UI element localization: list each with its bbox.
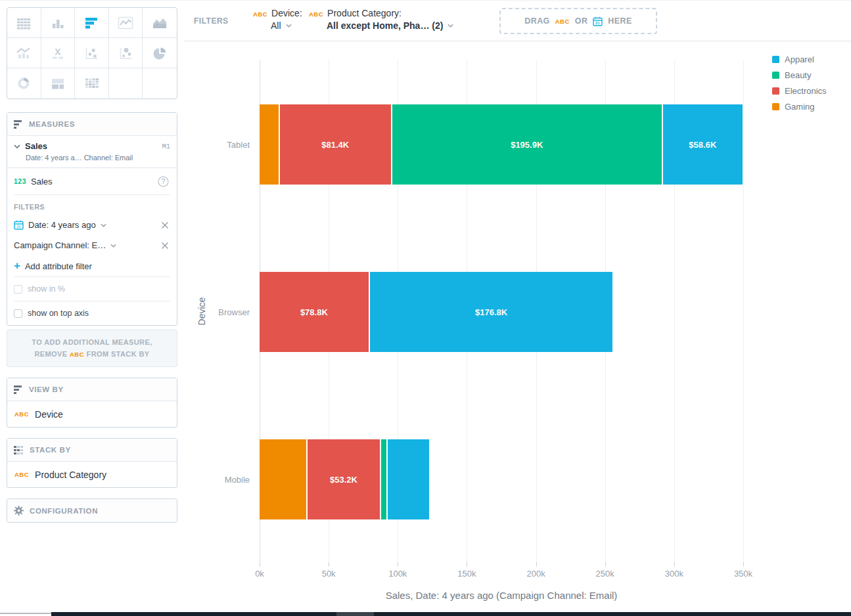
chart-type-table[interactable] <box>7 8 41 38</box>
x-tick-label: 200k <box>513 569 559 579</box>
legend-label: Gaming <box>785 102 815 112</box>
filter-drop-zone[interactable]: DRAG ABC OR 31 HERE <box>499 8 657 34</box>
chart-type-bubble[interactable] <box>109 38 143 68</box>
attribute-tag: ABC <box>70 351 84 358</box>
date-filter-label: Date: 4 years ago <box>28 220 96 230</box>
close-icon[interactable] <box>161 221 169 229</box>
show-in-percent-checkbox: show in % <box>7 277 177 301</box>
measure-field-row[interactable]: 123 Sales ? <box>7 168 177 194</box>
line-chart-icon <box>118 16 133 30</box>
device-filter-chip[interactable]: ABC Device: All <box>253 8 302 31</box>
configuration-panel: CONFIGURATION <box>7 498 177 523</box>
x-tick-label: 250k <box>582 569 628 579</box>
x-tick-label: 50k <box>306 569 352 579</box>
axis-tick <box>329 562 329 567</box>
product-category-filter-chip[interactable]: ABC Product Category: All except Home, P… <box>309 8 453 31</box>
bar-segment-mobile-gaming[interactable] <box>260 439 306 519</box>
legend-label: Electronics <box>785 86 827 96</box>
view-by-item[interactable]: ABC Device <box>7 401 177 427</box>
bar-segment-tablet-gaming[interactable] <box>260 104 279 185</box>
drop-zone-text: DRAG <box>524 16 549 26</box>
legend-item-beauty[interactable]: Beauty <box>772 70 827 80</box>
bar-segment-tablet-beauty[interactable]: $195.9K <box>391 104 662 185</box>
chart-type-line[interactable] <box>109 8 143 38</box>
y-category-label: Tablet <box>187 104 250 185</box>
bar-segment-mobile-beauty[interactable] <box>380 439 386 519</box>
measure-badge: M1 <box>162 143 170 150</box>
product-category-filter-name: Product Category: <box>327 8 402 18</box>
attribute-filter-row[interactable]: Campaign Channel: E… <box>7 235 177 255</box>
checkbox-icon <box>14 309 22 318</box>
attribute-tag: ABC <box>14 410 29 418</box>
add-attribute-filter-label: Add attribute filter <box>25 261 92 271</box>
chart-type-scatter[interactable] <box>75 38 109 68</box>
bar-segment-browser-electronics[interactable]: $78.8K <box>260 272 369 352</box>
sidebar: X MEASURES Sales M1 Date: 4 year <box>0 1 184 616</box>
measures-panel: MEASURES Sales M1 Date: 4 years a… Chann… <box>7 112 177 326</box>
legend-swatch <box>772 56 779 63</box>
bar-segment-tablet-apparel[interactable]: $58.6K <box>662 104 743 185</box>
svg-text:31: 31 <box>595 21 600 25</box>
question-mark-icon[interactable]: ? <box>158 176 169 187</box>
plot-area: Device 0k50k100k150k200k250k300k350kTabl… <box>260 60 743 562</box>
bar-value-label: $58.6K <box>689 140 716 150</box>
chart-type-picker: X <box>7 7 177 99</box>
chart-type-donut[interactable] <box>7 68 41 99</box>
stack-by-item[interactable]: ABC Product Category <box>7 462 177 487</box>
bottom-window-edge <box>0 611 851 616</box>
measure-field-label: Sales <box>31 177 153 187</box>
bar-segment-mobile-apparel[interactable] <box>386 439 429 519</box>
x-tick-label: 350k <box>720 569 766 579</box>
y-category-label: Mobile <box>187 439 250 519</box>
pie-chart-icon <box>152 46 168 60</box>
bar-segment-mobile-electronics[interactable]: $53.2K <box>306 439 380 519</box>
bar-value-label: $81.4K <box>321 140 349 150</box>
bottom-edge-segment <box>336 612 374 616</box>
bottom-edge-segment <box>51 612 851 616</box>
stack-by-header: STACK BY <box>7 439 177 462</box>
configuration-title: CONFIGURATION <box>30 507 98 515</box>
chart-type-pie[interactable] <box>143 38 177 68</box>
measure-item[interactable]: Sales M1 Date: 4 years a… Channel: Email <box>7 136 177 168</box>
filter-bar: FILTERS ABC Device: All ABC Product Cate… <box>184 1 851 41</box>
axis-tick <box>674 562 675 567</box>
legend-item-apparel[interactable]: Apparel <box>772 55 827 64</box>
bar-value-label: $78.8K <box>300 307 328 317</box>
axis-tick <box>536 562 537 567</box>
legend-item-electronics[interactable]: Electronics <box>772 86 827 96</box>
drop-zone-text: OR <box>575 16 588 26</box>
legend-swatch <box>772 72 779 79</box>
stack-by-panel: STACK BY ABC Product Category <box>7 438 177 488</box>
axis-tick <box>743 562 744 567</box>
chart-type-area[interactable] <box>143 8 177 38</box>
show-on-top-axis-checkbox[interactable]: show on top axis <box>7 301 177 325</box>
calendar-icon: 31 <box>14 220 24 230</box>
close-icon[interactable] <box>161 242 169 250</box>
measure-filters-title: FILTERS <box>14 203 170 211</box>
x-tick-label: 100k <box>375 569 421 579</box>
configuration-header[interactable]: CONFIGURATION <box>7 499 177 522</box>
attribute-tag: ABC <box>555 18 570 25</box>
chevron-down-icon[interactable] <box>14 144 20 148</box>
stack-by-icon <box>14 446 24 454</box>
date-filter-row[interactable]: 31 Date: 4 years ago <box>7 215 177 235</box>
bottom-edge-segment <box>0 613 51 614</box>
show-in-percent-label: show in % <box>28 284 65 294</box>
chart-type-column[interactable] <box>41 8 76 38</box>
chart-type-treemap[interactable] <box>41 68 76 99</box>
chart-type-combo[interactable] <box>7 38 41 68</box>
legend-swatch <box>772 103 779 110</box>
bar-segment-tablet-electronics[interactable]: $81.4K <box>279 104 391 185</box>
legend-item-gaming[interactable]: Gaming <box>772 102 827 112</box>
stack-by-note: TO ADD ADDITIONAL MEASURE, REMOVE ABC FR… <box>7 330 177 367</box>
chart-type-bar-active[interactable] <box>75 8 109 38</box>
plus-icon: + <box>14 260 20 271</box>
add-attribute-filter-button[interactable]: + Add attribute filter <box>7 255 177 276</box>
chart-type-heatmap[interactable] <box>75 68 109 99</box>
chart-type-headline[interactable]: X <box>41 38 76 68</box>
chevron-down-icon <box>448 24 453 28</box>
bar-value-label: $195.9K <box>511 140 543 150</box>
bar-segment-browser-apparel[interactable]: $176.8K <box>369 272 613 352</box>
view-by-panel: VIEW BY ABC Device <box>7 378 177 428</box>
heatmap-icon <box>83 76 99 91</box>
